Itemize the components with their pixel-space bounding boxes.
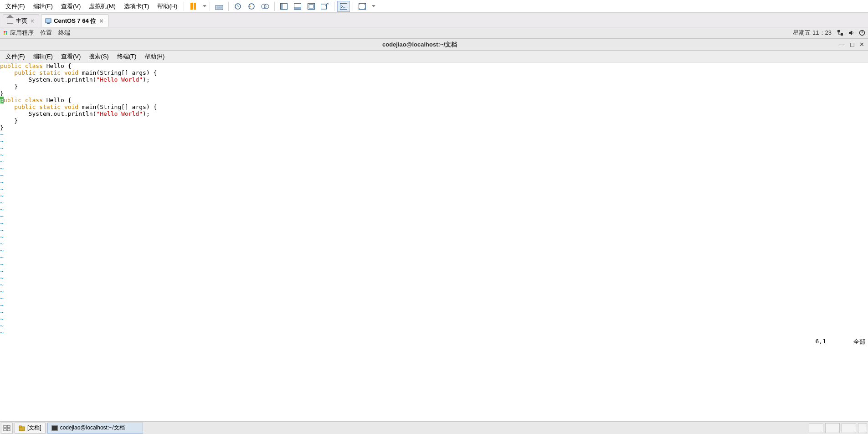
svg-rect-17	[837, 30, 840, 32]
code-text: main(String[] args) {	[78, 103, 157, 110]
vim-position: 6,1	[816, 338, 826, 346]
separator	[353, 2, 353, 11]
gnome-top-bar: 应用程序 位置 终端 星期五 11：23	[0, 27, 868, 39]
fullscreen-dropdown[interactable]	[370, 1, 376, 12]
separator	[228, 2, 229, 11]
apps-icon	[3, 30, 8, 36]
svg-rect-18	[841, 33, 843, 36]
send-ctrl-alt-del-icon[interactable]	[213, 1, 226, 12]
close-button[interactable]: ✕	[859, 41, 864, 48]
pause-button[interactable]	[187, 1, 200, 12]
svg-rect-16	[47, 23, 50, 24]
svg-rect-15	[46, 19, 51, 23]
vmware-menu-bar: 文件(F) 编辑(E) 查看(V) 虚拟机(M) 选项卡(T) 帮助(H)	[0, 0, 868, 13]
snapshot-icon[interactable]	[231, 1, 244, 12]
tab-home-label: 主页	[15, 17, 27, 25]
layout-sidebar-icon[interactable]	[277, 1, 290, 12]
code-text: Hello {	[43, 62, 72, 69]
term-menu-help[interactable]: 帮助(H)	[141, 51, 168, 62]
network-icon	[837, 30, 843, 36]
vim-tilde: ~	[0, 322, 4, 329]
menu-file[interactable]: 文件(F)	[2, 1, 29, 12]
code-text: }	[0, 124, 4, 131]
vim-tilde: ~	[0, 186, 4, 192]
code-text: }	[0, 117, 18, 124]
vim-tilde: ~	[0, 158, 4, 165]
vim-tilde: ~	[0, 302, 4, 309]
close-icon[interactable]: ×	[98, 17, 104, 25]
revert-snapshot-icon[interactable]	[245, 1, 258, 12]
vim-tilde: ~	[0, 165, 4, 172]
vim-tilde: ~	[0, 240, 4, 247]
tab-centos[interactable]: CentOS 7 64 位 ×	[41, 14, 108, 27]
minimize-button[interactable]: —	[839, 41, 845, 48]
vim-editor[interactable]: public class Hello { public static void …	[0, 62, 868, 337]
vim-tilde: ~	[0, 172, 4, 179]
close-icon[interactable]: ×	[30, 17, 35, 25]
vim-tilde: ~	[0, 151, 4, 158]
terminal-title-bar: codejiao@localhost:~/文档 — ◻ ✕	[0, 39, 868, 51]
term-menu-terminal[interactable]: 终端(T)	[113, 51, 140, 62]
datetime-label[interactable]: 星期五 11：23	[793, 29, 832, 37]
vim-status-line: 6,1 全部	[0, 337, 868, 347]
term-menu-view[interactable]: 查看(V)	[57, 51, 84, 62]
code-text: System.out.println(	[0, 110, 96, 117]
tab-home[interactable]: 主页 ×	[3, 14, 39, 27]
term-menu-file[interactable]: 文件(F)	[2, 51, 29, 62]
fullscreen-icon[interactable]	[356, 1, 369, 12]
vim-tilde: ~	[0, 220, 4, 227]
svg-rect-7	[281, 3, 283, 9]
maximize-button[interactable]: ◻	[850, 41, 855, 48]
vim-cursor: p	[0, 97, 4, 103]
vim-tilde: ~	[0, 274, 4, 281]
code-text: );	[143, 76, 150, 83]
apps-label: 应用程序	[10, 29, 34, 37]
code-text: Hello {	[43, 97, 72, 103]
code-kw: public static void	[0, 103, 78, 110]
vim-tilde: ~	[0, 268, 4, 274]
svg-rect-9	[294, 7, 301, 10]
manage-snapshot-icon[interactable]	[259, 1, 272, 12]
vim-tilde: ~	[0, 281, 4, 288]
menu-edit[interactable]: 编辑(E)	[30, 1, 56, 12]
terminal-title-text: codejiao@localhost:~/文档	[0, 41, 839, 49]
applications-menu[interactable]: 应用程序	[3, 29, 34, 37]
vim-tilde: ~	[0, 213, 4, 220]
layout-detach-icon[interactable]	[318, 1, 331, 12]
vim-tilde: ~	[0, 192, 4, 199]
separator	[334, 2, 334, 11]
menu-vm[interactable]: 虚拟机(M)	[85, 1, 119, 12]
enter-guest-icon[interactable]	[337, 1, 350, 12]
code-text: );	[143, 110, 150, 117]
svg-rect-1	[216, 6, 222, 9]
code-text: System.out.println(	[0, 76, 96, 83]
code-text: }	[0, 83, 18, 90]
term-menu-search[interactable]: 搜索(S)	[85, 51, 112, 62]
power-icon	[859, 30, 865, 36]
svg-rect-11	[309, 5, 313, 8]
vim-tilde: ~	[0, 309, 4, 315]
vim-tilde: ~	[0, 254, 4, 261]
home-icon	[7, 18, 13, 24]
menu-view[interactable]: 查看(V)	[57, 1, 84, 12]
vim-tilde: ~	[0, 131, 4, 138]
pause-dropdown[interactable]	[200, 1, 207, 12]
vm-tab-strip: 主页 × CentOS 7 64 位 ×	[0, 13, 868, 27]
vm-icon	[45, 18, 51, 24]
menu-tabs[interactable]: 选项卡(T)	[120, 1, 153, 12]
code-kw: ublic class	[4, 97, 43, 103]
status-area[interactable]	[837, 30, 865, 36]
term-menu-edit[interactable]: 编辑(E)	[30, 51, 56, 62]
vim-tilde: ~	[0, 329, 4, 336]
vim-tilde: ~	[0, 199, 4, 206]
layout-console-icon[interactable]	[305, 1, 318, 12]
menu-help[interactable]: 帮助(H)	[154, 1, 181, 12]
terminal-menu[interactable]: 终端	[58, 29, 70, 37]
code-text: main(String[] args) {	[78, 69, 157, 76]
svg-rect-13	[340, 3, 347, 9]
separator	[274, 2, 275, 11]
code-string: "Hello World"	[96, 76, 143, 83]
layout-bottom-icon[interactable]	[291, 1, 304, 12]
code-kw: public class	[0, 62, 43, 69]
places-menu[interactable]: 位置	[40, 29, 52, 37]
